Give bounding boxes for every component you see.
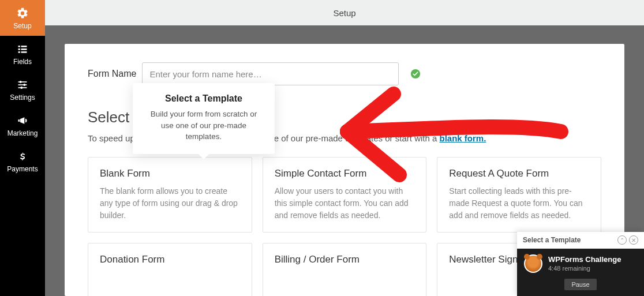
page-title: Setup: [333, 8, 355, 18]
sidebar-item-settings[interactable]: Settings: [0, 72, 45, 107]
mascot-icon: [524, 254, 542, 273]
builder-sidebar: Setup Fields Settings Marketing Payments: [0, 0, 45, 296]
svg-rect-5: [21, 51, 27, 53]
svg-point-11: [20, 87, 23, 89]
check-icon: [410, 69, 421, 79]
tooltip-title: Select a Template: [144, 93, 263, 104]
tooltip-body: Build your form from scratch or use one …: [144, 108, 263, 143]
sidebar-label: Payments: [7, 165, 38, 173]
template-card-donation[interactable]: Donation Form: [88, 243, 252, 296]
form-name-label: Form Name: [88, 69, 136, 79]
dollar-icon: [14, 150, 31, 163]
pause-button[interactable]: Pause: [564, 279, 596, 290]
svg-rect-1: [21, 46, 27, 47]
challenge-header: Select a Template ⌃ ✕: [517, 232, 644, 249]
onboarding-tooltip: Select a Template Build your form from s…: [133, 83, 275, 154]
svg-rect-3: [21, 48, 27, 50]
template-card-contact[interactable]: Simple Contact Form Allow your users to …: [263, 157, 427, 233]
template-title: Billing / Order Form: [275, 254, 415, 265]
collapse-icon[interactable]: ⌃: [617, 235, 627, 245]
form-name-input[interactable]: [142, 62, 399, 85]
template-title: Blank Form: [100, 168, 240, 179]
form-name-row: Form Name: [88, 62, 601, 85]
challenge-widget: Select a Template ⌃ ✕ WPForms Challenge …: [517, 232, 644, 296]
template-title: Simple Contact Form: [275, 168, 415, 179]
template-desc: The blank form allows you to create any …: [100, 185, 240, 222]
template-desc: Allow your users to contact you with thi…: [275, 185, 415, 222]
sidebar-label: Settings: [10, 93, 35, 102]
sidebar-item-payments[interactable]: Payments: [0, 143, 45, 179]
topbar: Setup: [45, 0, 644, 25]
sidebar-label: Fields: [13, 58, 32, 66]
blank-form-link[interactable]: blank form.: [439, 133, 486, 143]
sidebar-item-marketing[interactable]: Marketing: [0, 107, 45, 143]
template-card-quote[interactable]: Request A Quote Form Start collecting le…: [437, 157, 601, 233]
svg-rect-4: [18, 51, 20, 53]
svg-rect-0: [18, 46, 20, 47]
close-icon[interactable]: ✕: [629, 235, 638, 245]
svg-point-9: [23, 84, 25, 86]
sidebar-label: Marketing: [8, 129, 38, 137]
template-card-blank[interactable]: Blank Form The blank form allows you to …: [88, 157, 252, 233]
sidebar-item-setup[interactable]: Setup: [0, 0, 45, 36]
template-desc: Start collecting leads with this pre-mad…: [449, 185, 589, 222]
challenge-title: WPForms Challenge: [548, 255, 621, 264]
svg-rect-2: [18, 48, 20, 50]
template-card-billing[interactable]: Billing / Order Form: [263, 243, 427, 296]
bullhorn-icon: [14, 114, 31, 127]
challenge-remaining: 4:48 remaining: [548, 265, 590, 272]
template-title: Request A Quote Form: [449, 168, 589, 179]
sidebar-item-fields[interactable]: Fields: [0, 36, 45, 72]
template-title: Donation Form: [100, 254, 240, 265]
list-icon: [14, 43, 31, 55]
sliders-icon: [14, 78, 31, 91]
sidebar-label: Setup: [13, 22, 31, 30]
gear-icon: [14, 7, 31, 20]
svg-point-7: [20, 81, 22, 83]
challenge-step-label: Select a Template: [523, 236, 581, 244]
